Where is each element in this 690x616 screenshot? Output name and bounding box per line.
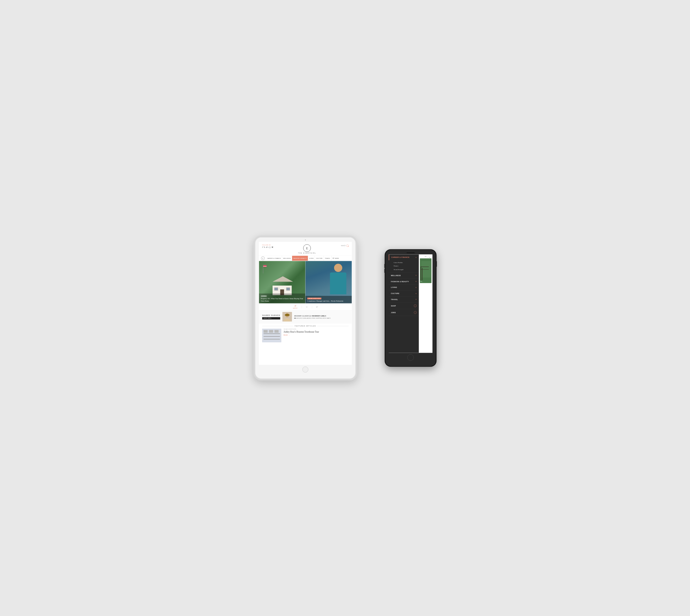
menu-living-title: LIVING bbox=[391, 287, 397, 288]
menu-wellness-title: WELLNESS bbox=[391, 274, 401, 276]
power-button[interactable] bbox=[436, 261, 437, 267]
ad-person-svg bbox=[283, 312, 292, 322]
menu-sub-everygirl[interactable]: I'm an Everygirl bbox=[392, 268, 419, 271]
ad-headline-bold: MODERN GIRLS bbox=[312, 315, 326, 317]
svg-rect-8 bbox=[269, 330, 273, 333]
article-thumbnail bbox=[262, 329, 281, 342]
career-sub-items: Career Profiles Finance I'm an Everygirl bbox=[389, 260, 419, 272]
culture-chevron-icon: ∨ bbox=[416, 292, 417, 295]
menu-fashion-title: FASHION & BEAUTY bbox=[391, 281, 409, 282]
ad-banner: WARBY PARKER SHOP NOW > MODERN bbox=[259, 310, 352, 324]
menu-travel-header[interactable]: TRAVEL ∨ bbox=[389, 296, 419, 302]
nav-logo-small[interactable]: E bbox=[261, 256, 265, 260]
hero-left-caption: LIVING Property 101: What You Need to Kn… bbox=[259, 293, 306, 303]
menu-jobs-title: JOBS bbox=[391, 312, 396, 313]
facebook-icon[interactable]: f bbox=[262, 246, 263, 248]
read-label: READ → bbox=[284, 334, 290, 336]
menu-section-travel: TRAVEL ∨ bbox=[389, 296, 419, 303]
twitter-icon[interactable]: 𝕏 bbox=[264, 246, 265, 248]
volume-up-button[interactable] bbox=[384, 264, 386, 268]
nav-more[interactable]: MORE bbox=[331, 256, 340, 261]
menu-shop-header[interactable]: SHOP → bbox=[389, 303, 419, 309]
article-title: Ashley Rose's Houston Townhouse Tour bbox=[284, 330, 349, 333]
nav-item-living[interactable]: LIVING bbox=[308, 256, 315, 261]
fashion-chevron-icon: ∨ bbox=[416, 280, 417, 283]
featured-article[interactable]: I'M AN EVERYGIRL Ashley Rose's Houston T… bbox=[262, 329, 348, 342]
living-chevron-icon: ∨ bbox=[416, 286, 417, 289]
article-thumb-image bbox=[262, 329, 281, 342]
tab-divider-1: | bbox=[302, 305, 302, 308]
tablet-screen: FOLLOW US f 𝕏 𝒫 t ◻ ⌘ bbox=[259, 242, 352, 365]
menu-section-fashion: FASHION & BEAUTY ∨ bbox=[389, 279, 419, 285]
menu-section-culture: CULTURE ∨ bbox=[389, 290, 419, 296]
menu-section-shop: SHOP → bbox=[389, 303, 419, 309]
svg-rect-12 bbox=[421, 267, 421, 280]
menu-sub-career-profiles[interactable]: Career Profiles bbox=[392, 261, 419, 264]
hero-right[interactable]: I'M AN EVERYGIRL Compliance Manager and … bbox=[306, 261, 352, 304]
instagram-icon[interactable]: ◻ bbox=[269, 246, 271, 248]
phone-content-peek: ✕ TH bbox=[419, 255, 432, 353]
tablet-camera bbox=[305, 239, 306, 241]
tab-share[interactable]: ↩ bbox=[316, 306, 318, 308]
logo-text: THE EVERYGIRL bbox=[298, 252, 316, 254]
peek-caption: Pro... bbox=[420, 280, 431, 283]
phone-home-button[interactable] bbox=[407, 354, 414, 361]
hero-right-category: I'M AN EVERYGIRL bbox=[307, 298, 321, 300]
peek-hero-image: Pro... bbox=[420, 259, 431, 283]
menu-living-header[interactable]: LIVING ∨ bbox=[389, 285, 419, 290]
nav-item-wellness[interactable]: WELLNESS bbox=[282, 256, 292, 261]
nav-item-career[interactable]: CAREER & FINANCE bbox=[266, 256, 282, 261]
svg-rect-9 bbox=[274, 330, 279, 333]
shop-now-button[interactable]: SHOP NOW > bbox=[262, 317, 280, 320]
read-link[interactable]: READ → bbox=[284, 334, 349, 336]
tab-favorites[interactable]: ☆ bbox=[306, 306, 308, 308]
menu-wellness-header[interactable]: WELLNESS ∨ bbox=[389, 272, 419, 278]
flag bbox=[263, 265, 267, 267]
menu-culture-header[interactable]: CULTURE ∨ bbox=[389, 290, 419, 296]
search-area[interactable]: search bbox=[341, 244, 348, 247]
tab-latest[interactable]: ⏱ LATEST bbox=[293, 305, 297, 309]
nav-item-culture[interactable]: CULTURE bbox=[315, 256, 324, 261]
person-head bbox=[334, 264, 342, 272]
svg-rect-5 bbox=[264, 336, 280, 337]
ad-subtext: $95 NON-RX SUNGLASSES FREE SHIPPING BOTH… bbox=[294, 317, 348, 319]
house-roof bbox=[273, 277, 293, 282]
ad-headline-italic: MODERN GLASSES bbox=[294, 315, 309, 317]
logo-circle[interactable]: E bbox=[303, 244, 311, 252]
career-chevron-icon: ∧ bbox=[416, 256, 417, 259]
menu-travel-title: TRAVEL bbox=[391, 299, 398, 300]
article-category: I'M AN EVERYGIRL bbox=[284, 329, 349, 330]
menu-career-header[interactable]: CAREER & FINANCE ∧ bbox=[389, 255, 419, 260]
hero-left[interactable]: LIVING Property 101: What You Need to Kn… bbox=[259, 261, 306, 304]
nav-item-fashion[interactable]: FASHION & BEAUTY bbox=[292, 256, 308, 261]
ad-sub2: FREE SHIPPING BOTH WAYS bbox=[312, 317, 330, 319]
jobs-plus-icon: → bbox=[414, 311, 417, 314]
menu-fashion-header[interactable]: FASHION & BEAUTY ∨ bbox=[389, 279, 419, 284]
peek-caption-text: Pro... bbox=[420, 281, 423, 282]
wellness-chevron-icon: ∨ bbox=[416, 274, 417, 277]
volume-down-button[interactable] bbox=[384, 269, 386, 273]
menu-career-title: CAREER & FINANCE bbox=[392, 257, 410, 258]
search-icon[interactable] bbox=[347, 244, 349, 247]
ad-copy: MODERN GLASSES for MODERN GIRLS $95 NON-… bbox=[294, 315, 348, 318]
search-input[interactable]: search bbox=[341, 244, 345, 247]
rss-icon[interactable]: ⌘ bbox=[271, 246, 273, 248]
person-body bbox=[330, 272, 347, 294]
hero-left-title: Property 101: What You Need to Know Abou… bbox=[261, 298, 304, 302]
nav-item-travel[interactable]: TRAVEL bbox=[324, 256, 331, 261]
menu-sub-finance[interactable]: Finance bbox=[392, 264, 419, 268]
article-thumb-svg bbox=[262, 329, 281, 342]
travel-chevron-icon: ∨ bbox=[416, 299, 417, 301]
house-window-left bbox=[274, 288, 278, 291]
menu-section-jobs: JOBS → bbox=[389, 309, 419, 316]
tumblr-icon[interactable]: t bbox=[268, 246, 268, 248]
follow-label: FOLLOW US bbox=[262, 244, 273, 246]
phone-camera bbox=[407, 252, 415, 253]
ad-sub1: NON-RX SUNGLASSES bbox=[297, 317, 311, 319]
pinterest-icon[interactable]: 𝒫 bbox=[266, 246, 267, 248]
tablet-home-button[interactable] bbox=[303, 367, 309, 373]
menu-jobs-header[interactable]: JOBS → bbox=[389, 309, 419, 316]
featured-header: FEATURED ARTICLES bbox=[262, 325, 348, 327]
logo-letter: E bbox=[306, 246, 308, 250]
ad-brand-section: WARBY PARKER SHOP NOW > bbox=[262, 314, 280, 320]
